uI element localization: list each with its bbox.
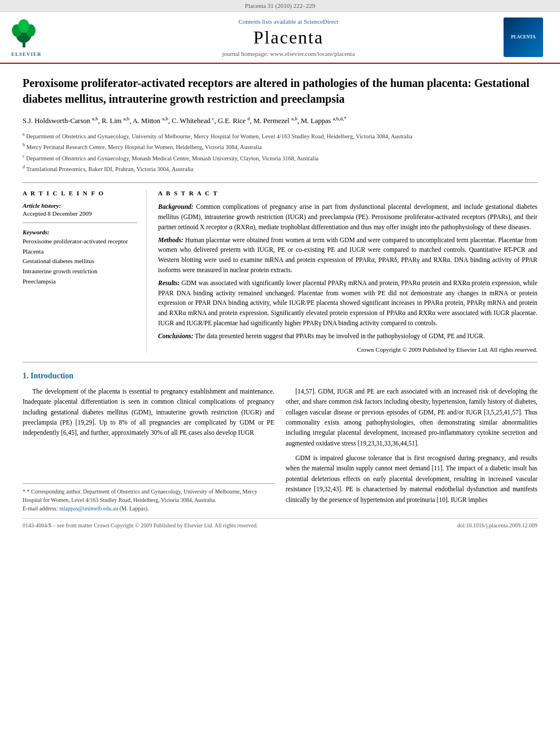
journal-logo: PLACENTA bbox=[504, 18, 543, 57]
intro-left-p1: The development of the placenta is essen… bbox=[23, 386, 274, 438]
keyword-3: Gestational diabetes mellitus bbox=[23, 256, 137, 267]
divider-keywords bbox=[23, 222, 137, 223]
affiliations: a Department of Obstetrics and Gynaecolo… bbox=[23, 131, 537, 173]
journal-title-area: Contents lists available at ScienceDirec… bbox=[73, 18, 504, 57]
footnote-star: * bbox=[23, 488, 27, 495]
email-link[interactable]: mlappas@unimelb.edu.au bbox=[59, 505, 118, 512]
abstract-results: Results: GDM was associated with signifi… bbox=[158, 278, 537, 329]
results-label: Results: bbox=[158, 279, 180, 286]
footnote-corresponding: * * Corresponding author. Department of … bbox=[23, 487, 274, 504]
intro-two-col: The development of the placenta is essen… bbox=[23, 386, 537, 513]
email-suffix: (M. Lappas). bbox=[120, 505, 149, 512]
footer-bar: 0143-4004/$ – see front matter Crown Cop… bbox=[23, 518, 537, 528]
affiliation-b: b Mercy Perinatal Research Centre, Mercy… bbox=[23, 142, 537, 151]
intro-body-left: The development of the placenta is essen… bbox=[23, 386, 274, 438]
conclusions-label: Conclusions: bbox=[158, 333, 194, 339]
affiliation-a: a Department of Obstetrics and Gynaecolo… bbox=[23, 131, 537, 141]
abstract-panel: A B S T R A C T Background: Common compl… bbox=[158, 190, 537, 353]
citation-bar: Placenta 31 (2010) 222–229 bbox=[0, 0, 560, 12]
abstract-copyright: Crown Copyright © 2009 Published by Else… bbox=[158, 346, 537, 353]
keyword-1: Peroxisome proliferator-activated recept… bbox=[23, 237, 137, 247]
author-permezel: M. Permezel a,b bbox=[253, 117, 298, 125]
sciencedirect-link[interactable]: Contents lists available at ScienceDirec… bbox=[73, 18, 504, 25]
article-info-heading: A R T I C L E I N F O bbox=[23, 190, 137, 196]
background-label: Background: bbox=[158, 203, 194, 210]
info-section: A R T I C L E I N F O Article history: A… bbox=[23, 190, 537, 353]
author-mitton: A. Mitton a,b bbox=[133, 117, 168, 125]
footnote-corresponding-text: * Corresponding author. Department of Ob… bbox=[23, 488, 257, 503]
affiliation-d: d Translational Proteomics, Baker IDI, P… bbox=[23, 164, 537, 173]
affiliation-c: c Department of Obstetrics and Gynaecolo… bbox=[23, 153, 537, 163]
keyword-4: Intrauterine growth restriction bbox=[23, 267, 137, 277]
journal-logo-area: PLACENTA bbox=[504, 18, 549, 57]
abstract-background: Background: Common complications of preg… bbox=[158, 202, 537, 232]
keyword-2: Placenta bbox=[23, 247, 137, 257]
footer-issn: 0143-4004/$ – see front matter Crown Cop… bbox=[23, 522, 258, 528]
email-label: E-mail address: bbox=[23, 505, 58, 512]
divider-2 bbox=[23, 362, 537, 362]
keywords-label: Keywords: bbox=[23, 229, 137, 235]
author-lim: R. Lim a,b bbox=[102, 117, 129, 125]
author-lappas: M. Lappas a,b,d,* bbox=[301, 117, 347, 125]
svg-point-4 bbox=[18, 19, 29, 33]
footnote-email: E-mail address: mlappas@unimelb.edu.au (… bbox=[23, 504, 274, 513]
history-label: Article history: bbox=[23, 202, 137, 209]
footnote-area: * * Corresponding author. Department of … bbox=[23, 483, 274, 513]
author-rice: G.E. Rice d bbox=[218, 117, 250, 125]
section-title-text: Introduction bbox=[30, 372, 73, 380]
journal-name: Placenta bbox=[73, 27, 504, 48]
intro-section-title: 1. Introduction bbox=[23, 372, 537, 381]
section-number: 1. bbox=[23, 372, 29, 380]
page: Placenta 31 (2010) 222–229 ELSEVIER Cont… bbox=[0, 0, 560, 747]
journal-header: ELSEVIER Contents lists available at Sci… bbox=[0, 12, 560, 64]
abstract-conclusions: Conclusions: The data presented herein s… bbox=[158, 331, 537, 342]
conclusions-text: The data presented herein suggest that P… bbox=[195, 333, 485, 339]
citation-text: Placenta 31 (2010) 222–229 bbox=[245, 2, 315, 9]
journal-logo-text: PLACENTA bbox=[509, 32, 537, 42]
author-whitehead: C. Whitehead c bbox=[172, 117, 215, 125]
main-content: Peroxisome proliferator-activated recept… bbox=[0, 64, 560, 545]
intro-right-p1: [14,57]. GDM, IUGR and PE are each assoc… bbox=[286, 386, 537, 448]
abstract-text: Background: Common complications of preg… bbox=[158, 202, 537, 342]
contents-text: Contents lists available at ScienceDirec… bbox=[238, 18, 338, 25]
keywords-list: Peroxisome proliferator-activated recept… bbox=[23, 237, 137, 286]
introduction-section: 1. Introduction The development of the p… bbox=[23, 372, 537, 513]
article-title: Peroxisome proliferator-activated recept… bbox=[23, 75, 537, 107]
journal-homepage: journal homepage: www.elsevier.com/locat… bbox=[73, 50, 504, 57]
intro-col-left: The development of the placenta is essen… bbox=[23, 386, 274, 513]
divider-1 bbox=[23, 182, 537, 183]
intro-right-p2: GDM is impaired glucose tolerance that i… bbox=[286, 453, 537, 505]
elsevier-wordmark: ELSEVIER bbox=[11, 51, 73, 57]
author-holdsworth: S.J. Holdsworth-Carson a,b bbox=[23, 117, 98, 125]
intro-col-right: [14,57]. GDM, IUGR and PE are each assoc… bbox=[286, 386, 537, 513]
intro-body-right: [14,57]. GDM, IUGR and PE are each assoc… bbox=[286, 386, 537, 505]
accepted-date: Accepted 8 December 2009 bbox=[23, 210, 137, 217]
elsevier-logo-area: ELSEVIER bbox=[11, 18, 73, 57]
abstract-heading: A B S T R A C T bbox=[158, 190, 537, 196]
article-info-panel: A R T I C L E I N F O Article history: A… bbox=[23, 190, 147, 353]
elsevier-tree-icon bbox=[11, 18, 37, 49]
background-text: Common complications of pregnancy arise … bbox=[158, 203, 537, 230]
abstract-methods: Methods: Human placentae were obtained f… bbox=[158, 235, 537, 276]
authors-line: S.J. Holdsworth-Carson a,b, R. Lim a,b, … bbox=[23, 115, 537, 126]
results-text: GDM was associated with significantly lo… bbox=[158, 279, 537, 326]
keyword-5: Preeclampsia bbox=[23, 277, 137, 287]
methods-text: Human placentae were obtained from women… bbox=[158, 237, 537, 273]
methods-label: Methods: bbox=[158, 237, 183, 243]
footer-doi: doi:10.1016/j.placenta.2009.12.009 bbox=[457, 522, 537, 528]
